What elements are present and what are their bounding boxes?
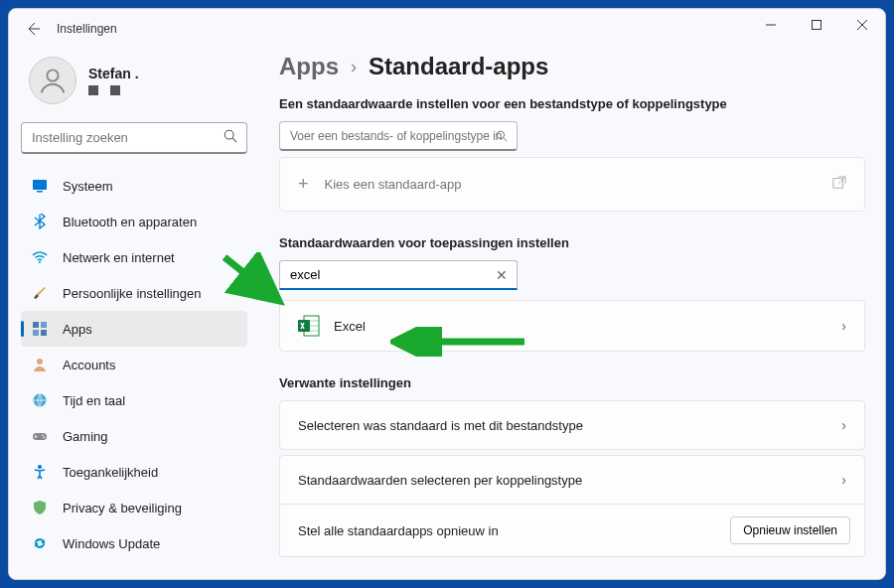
- display-icon: [31, 177, 49, 195]
- clear-button[interactable]: ✕: [496, 267, 508, 283]
- close-button[interactable]: [839, 9, 885, 41]
- sidebar-item-game[interactable]: Gaming: [21, 418, 247, 454]
- svg-rect-8: [37, 191, 43, 193]
- settings-window: Instellingen Stefan .: [8, 8, 886, 580]
- person-icon: [31, 356, 49, 373]
- svg-line-21: [504, 138, 507, 141]
- reset-label: Stel alle standaardapps opnieuw in: [298, 523, 499, 538]
- back-button[interactable]: [17, 13, 49, 45]
- person-icon: [38, 66, 68, 95]
- reset-button[interactable]: Opnieuw instellen: [730, 516, 850, 544]
- filetype-heading: Een standaardwaarde instellen voor een b…: [279, 96, 865, 111]
- app-search-input[interactable]: [279, 260, 518, 290]
- svg-line-23: [838, 177, 845, 184]
- chevron-right-icon: ›: [351, 57, 357, 77]
- sidebar-item-person[interactable]: Accounts: [21, 347, 247, 382]
- app-result-excel[interactable]: Excel ›: [279, 300, 865, 352]
- sidebar-item-label: Netwerk en internet: [63, 250, 175, 265]
- result-name: Excel: [334, 319, 366, 334]
- chevron-right-icon: ›: [841, 417, 846, 433]
- minimize-icon: [766, 20, 776, 30]
- svg-rect-1: [813, 21, 821, 30]
- sidebar-item-label: Persoonlijke instellingen: [63, 286, 201, 301]
- svg-point-9: [39, 261, 41, 263]
- search-icon: [496, 128, 508, 146]
- maximize-icon: [812, 20, 821, 30]
- svg-point-20: [497, 131, 505, 139]
- related-heading: Verwante instellingen: [279, 375, 865, 390]
- profile-block[interactable]: Stefan .: [21, 49, 247, 122]
- svg-point-19: [38, 465, 42, 469]
- sidebar-item-wifi[interactable]: Netwerk en internet: [21, 239, 247, 275]
- sidebar-item-label: Bluetooth en apparaten: [63, 215, 197, 229]
- related-filetype-card[interactable]: Selecteren was standaard is met dit best…: [279, 400, 865, 450]
- search-input[interactable]: [21, 122, 247, 154]
- open-icon: [832, 176, 846, 193]
- choose-app-label: Kies een standaard-app: [325, 177, 462, 192]
- svg-point-14: [37, 359, 43, 365]
- sidebar-item-globe[interactable]: Tijd en taal: [21, 382, 247, 418]
- main-content: Apps › Standaard-apps Een standaardwaard…: [259, 49, 885, 579]
- profile-sub: [88, 85, 139, 95]
- minimize-button[interactable]: [748, 9, 794, 41]
- sidebar-item-update[interactable]: Windows Update: [21, 525, 247, 561]
- sidebar: Stefan . SysteemBluetooth en apparatenNe…: [9, 49, 259, 579]
- close-icon: [857, 20, 867, 30]
- search-icon: [224, 129, 237, 147]
- svg-rect-7: [33, 180, 47, 190]
- breadcrumb-parent[interactable]: Apps: [279, 53, 339, 80]
- svg-rect-22: [833, 179, 843, 189]
- window-controls: [748, 9, 885, 41]
- maximize-button[interactable]: [794, 9, 839, 41]
- brush-icon: [31, 284, 49, 302]
- svg-point-5: [224, 130, 233, 139]
- breadcrumb: Apps › Standaard-apps: [279, 53, 865, 80]
- profile-name: Stefan .: [88, 66, 139, 81]
- svg-rect-12: [33, 330, 39, 336]
- nav-list: SysteemBluetooth en apparatenNetwerk en …: [21, 168, 247, 561]
- svg-rect-11: [41, 322, 47, 328]
- svg-point-4: [47, 70, 58, 80]
- settings-search: [21, 122, 247, 154]
- sidebar-item-label: Systeem: [63, 179, 113, 194]
- apps-icon: [31, 320, 49, 338]
- related-linktype-label: Standaardwaarden selecteren per koppelin…: [298, 473, 582, 488]
- sidebar-item-brush[interactable]: Persoonlijke instellingen: [21, 275, 247, 311]
- sidebar-item-label: Accounts: [63, 358, 115, 372]
- related-linktype-card[interactable]: Standaardwaarden selecteren per koppelin…: [279, 455, 865, 505]
- sidebar-item-display[interactable]: Systeem: [21, 168, 247, 204]
- sidebar-item-label: Privacy & beveiliging: [63, 501, 182, 515]
- excel-icon: [298, 315, 320, 337]
- svg-rect-10: [33, 322, 39, 328]
- svg-line-6: [232, 138, 236, 142]
- update-icon: [31, 534, 49, 552]
- svg-point-17: [42, 435, 44, 437]
- svg-rect-13: [41, 330, 47, 336]
- chevron-right-icon: ›: [841, 318, 846, 334]
- choose-default-app-card[interactable]: + Kies een standaard-app: [279, 157, 865, 212]
- bluetooth-icon: [31, 213, 49, 230]
- wifi-icon: [31, 248, 49, 266]
- apps-heading: Standaardwaarden voor toepassingen inste…: [279, 235, 865, 250]
- app-search-wrap: ✕: [279, 260, 518, 290]
- reset-defaults-card: Stel alle standaardapps opnieuw in Opnie…: [279, 505, 865, 557]
- chevron-right-icon: ›: [841, 472, 846, 488]
- titlebar: Instellingen: [9, 9, 885, 49]
- sidebar-item-apps[interactable]: Apps: [21, 311, 247, 347]
- globe-icon: [31, 391, 49, 409]
- plus-icon: +: [298, 174, 309, 195]
- sidebar-item-shield[interactable]: Privacy & beveiliging: [21, 490, 247, 525]
- game-icon: [31, 427, 49, 445]
- avatar: [29, 57, 76, 104]
- svg-rect-28: [298, 320, 310, 332]
- sidebar-item-label: Tijd en taal: [63, 393, 125, 408]
- sidebar-item-label: Gaming: [63, 429, 108, 444]
- shield-icon: [31, 499, 49, 516]
- sidebar-item-label: Toegankelijkheid: [63, 465, 158, 480]
- sidebar-item-bluetooth[interactable]: Bluetooth en apparaten: [21, 204, 247, 239]
- sidebar-item-label: Windows Update: [63, 536, 160, 551]
- sidebar-item-access[interactable]: Toegankelijkheid: [21, 454, 247, 490]
- filetype-input[interactable]: [279, 121, 518, 151]
- arrow-left-icon: [25, 21, 41, 37]
- svg-point-18: [44, 437, 46, 439]
